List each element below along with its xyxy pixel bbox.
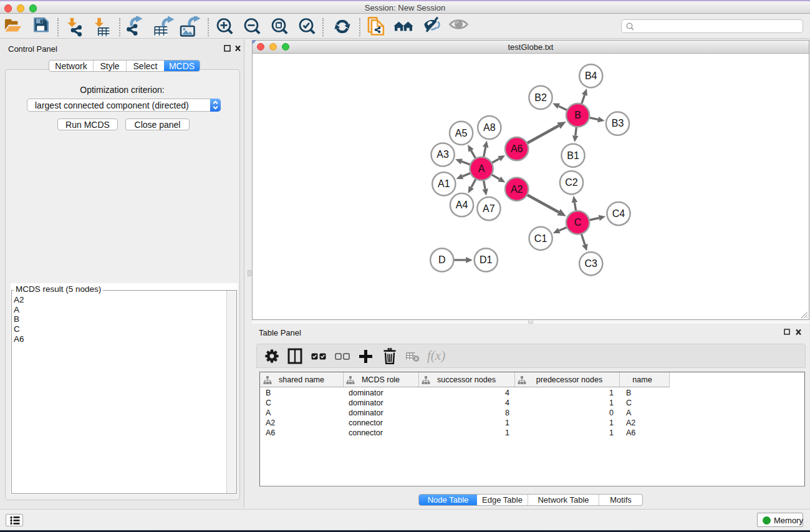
svg-text:C3: C3 bbox=[584, 258, 597, 269]
svg-text:A6: A6 bbox=[511, 143, 523, 154]
svg-text:C: C bbox=[574, 217, 582, 228]
svg-text:A: A bbox=[478, 163, 485, 174]
svg-text:B: B bbox=[574, 110, 581, 120]
svg-text:A2: A2 bbox=[511, 184, 523, 195]
svg-text:A1: A1 bbox=[438, 178, 450, 189]
svg-text:A7: A7 bbox=[483, 203, 495, 214]
svg-text:B3: B3 bbox=[612, 118, 624, 128]
svg-text:A8: A8 bbox=[483, 122, 496, 133]
svg-text:A5: A5 bbox=[455, 128, 468, 138]
svg-text:C1: C1 bbox=[534, 233, 547, 244]
svg-text:A3: A3 bbox=[436, 149, 449, 160]
svg-text:B4: B4 bbox=[585, 70, 597, 81]
svg-text:B2: B2 bbox=[534, 92, 547, 103]
svg-text:D: D bbox=[438, 254, 446, 265]
svg-text:D1: D1 bbox=[480, 254, 493, 265]
svg-text:C4: C4 bbox=[612, 208, 625, 219]
svg-text:B1: B1 bbox=[567, 150, 579, 161]
svg-text:A4: A4 bbox=[456, 200, 468, 210]
svg-text:C2: C2 bbox=[565, 177, 578, 188]
